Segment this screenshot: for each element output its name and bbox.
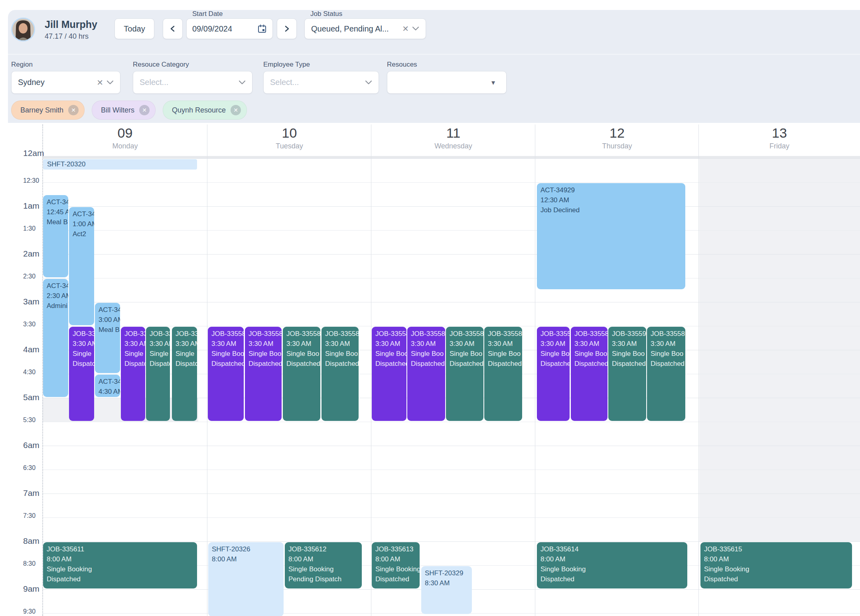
time-label: 6am bbox=[23, 440, 39, 450]
calendar-event[interactable]: JOB-335583:30 AMSingle BooDispatched bbox=[283, 327, 320, 421]
calendar-event[interactable]: JOB-335593:30 AMSingle BooDispatched bbox=[537, 327, 570, 421]
calendar-event[interactable]: JOB-335583:30 AMSingle BooDispatched bbox=[322, 327, 359, 421]
event-detail: 8:00 AM bbox=[375, 554, 416, 564]
event-title: ACT-34 bbox=[47, 197, 65, 207]
event-detail: Single Booking bbox=[704, 564, 848, 574]
time-label: 8:30 bbox=[23, 560, 36, 567]
event-detail: Single Boo bbox=[286, 349, 317, 359]
event-detail: Meal B bbox=[99, 325, 116, 335]
event-detail: Single bbox=[150, 349, 166, 359]
event-detail: Dispatched bbox=[704, 574, 848, 584]
event-detail: Dispatched bbox=[211, 359, 240, 369]
event-detail: 3:30 AM bbox=[612, 339, 643, 349]
event-detail: 3:30 AM bbox=[411, 339, 442, 349]
calendar-event[interactable]: JOB-335583:30 AMSingle BooDispatched bbox=[208, 327, 244, 421]
event-detail: 3:30 AM bbox=[73, 339, 91, 349]
event-detail: Admini bbox=[47, 301, 65, 311]
calendar-event[interactable]: JOB-335583:30 AMSingle BooDispatched bbox=[571, 327, 608, 421]
event-detail: Dispatc bbox=[73, 359, 91, 369]
event-detail: Single Boo bbox=[651, 349, 682, 359]
calendar-event[interactable]: JOB-335583:30 AMSingle BooDispatched bbox=[407, 327, 445, 421]
event-detail: 3:30 AM bbox=[249, 339, 278, 349]
event-title: JOB-33558 bbox=[651, 329, 682, 339]
calendar-event[interactable]: SHFT-203298:30 AM bbox=[421, 566, 472, 614]
event-detail: Single Booking bbox=[375, 564, 416, 574]
event-title: JOB-335614 bbox=[540, 544, 684, 554]
event-title: JOB-33558 bbox=[411, 329, 442, 339]
time-label: 7am bbox=[23, 488, 39, 498]
day-number: 09 bbox=[43, 124, 207, 141]
calendar-event[interactable]: JOB-3356158:00 AMSingle BookingDispatche… bbox=[700, 542, 852, 588]
calendar-event[interactable]: ACT-343:00 AMMeal B bbox=[95, 303, 120, 373]
grid-vline bbox=[698, 124, 699, 616]
event-detail: Dispatc bbox=[150, 359, 166, 369]
calendar-event[interactable]: JOB-335583:30 AMSingle BooDispatched bbox=[372, 327, 406, 421]
calendar-event[interactable]: JOB-335583:30 AMSingle BooDispatched bbox=[647, 327, 685, 421]
event-detail: Dispatched bbox=[286, 359, 317, 369]
day-header[interactable]: 11Wednesday bbox=[371, 124, 535, 156]
day-name: Tuesday bbox=[207, 141, 371, 151]
time-label: 2am bbox=[23, 249, 39, 259]
time-label: 12:30 bbox=[23, 177, 39, 184]
grid-hline bbox=[43, 494, 860, 494]
grid-vline bbox=[535, 124, 535, 616]
time-label: 3:30 bbox=[23, 321, 36, 328]
calendar-event[interactable]: ACT-344:30 AM bbox=[95, 375, 120, 397]
event-title: JOB-335613 bbox=[375, 544, 416, 554]
event-detail: 3:30 AM bbox=[325, 339, 355, 349]
event-detail: Single Boo bbox=[450, 349, 480, 359]
day-header[interactable]: 13Friday bbox=[699, 124, 860, 156]
calendar-event[interactable]: JOB-3356128:00 AMSingle BookingPending D… bbox=[285, 542, 362, 588]
calendar-event[interactable]: ACT-341:00 AMAct2 bbox=[69, 207, 94, 325]
calendar-event[interactable]: JOB-335593:30 AMSingle BooDispatched bbox=[608, 327, 646, 421]
calendar-event[interactable]: SHFT-20320 bbox=[43, 159, 197, 170]
event-detail: 3:00 AM bbox=[99, 315, 116, 325]
day-number: 11 bbox=[371, 124, 535, 141]
event-detail: 12:45 A bbox=[47, 207, 65, 217]
grid-hline bbox=[43, 446, 860, 446]
event-detail: 3:30 AM bbox=[450, 339, 480, 349]
calendar-event[interactable]: JOB-333:30 AMSingleDispatc bbox=[146, 327, 170, 421]
event-detail: Single Boo bbox=[211, 349, 240, 359]
calendar-event[interactable]: ACT-3492912:30 AMJob Declined bbox=[537, 183, 685, 289]
event-detail: Single Boo bbox=[375, 349, 403, 359]
calendar-event[interactable]: ACT-3412:45 AMeal B bbox=[43, 195, 68, 277]
grid-hline bbox=[43, 326, 860, 326]
event-detail: Single bbox=[124, 349, 142, 359]
event-title: JOB-33558 bbox=[249, 329, 278, 339]
time-label: 6:30 bbox=[23, 464, 36, 472]
event-detail: Dispatc bbox=[124, 359, 142, 369]
calendar-event[interactable]: JOB-335583:30 AMSingle BooDispatched bbox=[446, 327, 483, 421]
day-number: 13 bbox=[699, 124, 860, 141]
calendar-event[interactable]: SHFT-203268:00 AM bbox=[208, 542, 284, 616]
day-name: Monday bbox=[43, 141, 207, 151]
event-detail: Dispatched bbox=[612, 359, 643, 369]
calendar-event[interactable]: JOB-333:30 AMSingleDispatc bbox=[172, 327, 197, 421]
calendar-event[interactable]: JOB-333:30 AMSingleDispatc bbox=[69, 327, 94, 421]
day-header[interactable]: 12Thursday bbox=[535, 124, 699, 156]
event-detail: 3:30 AM bbox=[150, 339, 166, 349]
calendar-event[interactable]: JOB-333:30 AMSingleDispatc bbox=[121, 327, 145, 421]
calendar-event[interactable]: JOB-335583:30 AMSingle BooDispatched bbox=[484, 327, 522, 421]
event-detail: Dispatched bbox=[375, 574, 416, 584]
event-detail: Single Boo bbox=[249, 349, 278, 359]
calendar-event[interactable]: JOB-3356148:00 AMSingle BookingDispatche… bbox=[537, 542, 687, 588]
event-detail: 3:30 AM bbox=[375, 339, 403, 349]
event-title: JOB-33558 bbox=[325, 329, 355, 339]
time-label: 7:30 bbox=[23, 512, 36, 519]
day-number: 10 bbox=[207, 124, 371, 141]
event-title: JOB-33558 bbox=[488, 329, 519, 339]
calendar-event[interactable]: ACT-342:30 AMAdmini bbox=[43, 279, 68, 397]
event-title: JOB-33 bbox=[73, 329, 91, 339]
event-detail: Meal B bbox=[47, 217, 65, 227]
day-header[interactable]: 09Monday bbox=[43, 124, 207, 156]
event-title: JOB-335615 bbox=[704, 544, 848, 554]
day-header[interactable]: 10Tuesday bbox=[207, 124, 371, 156]
event-detail: Single bbox=[73, 349, 91, 359]
calendar-event[interactable]: JOB-335583:30 AMSingle BooDispatched bbox=[245, 327, 282, 421]
calendar-event[interactable]: JOB-3356138:00 AMSingle BookingDispatche… bbox=[372, 542, 420, 588]
event-title: JOB-33 bbox=[124, 329, 142, 339]
event-detail: 8:00 AM bbox=[288, 554, 358, 564]
calendar-event[interactable]: JOB-3356118:00 AMSingle BookingDispatche… bbox=[43, 542, 197, 588]
day-name: Friday bbox=[699, 141, 860, 151]
